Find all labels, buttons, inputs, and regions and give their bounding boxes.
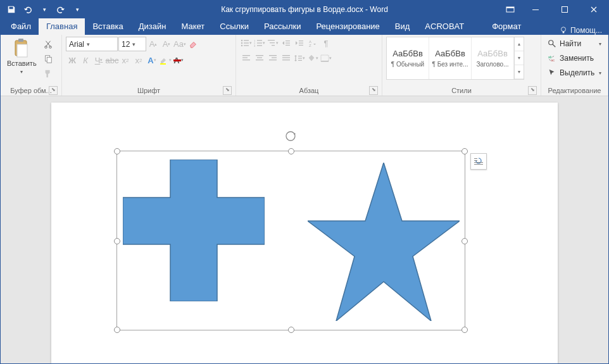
chevron-up-icon[interactable]: ▴	[515, 37, 524, 51]
cut-button[interactable]	[42, 38, 54, 51]
bold-button[interactable]: Ж	[66, 54, 78, 66]
justify-button[interactable]	[280, 52, 292, 65]
document-area[interactable]	[1, 96, 608, 363]
clear-formatting-button[interactable]	[187, 38, 199, 51]
change-case-button[interactable]: Aa▾	[173, 38, 186, 51]
paste-button[interactable]: Вставить▾	[4, 37, 39, 77]
resize-handle-nw[interactable]	[114, 148, 120, 154]
strikethrough-button[interactable]: abc	[106, 54, 118, 66]
style-heading[interactable]: АаБбВвЗаголово...	[472, 37, 514, 79]
group-font: Arial▾ 12▾ A▴ A▾ Aa▾ Ж К Ч▾ abc x2 x2 A▾…	[62, 35, 236, 96]
multilevel-list-button[interactable]: ▾	[267, 37, 279, 49]
tab-home[interactable]: Главная	[39, 18, 85, 35]
resize-handle-n[interactable]	[288, 148, 294, 154]
save-button[interactable]	[4, 3, 18, 16]
copy-button[interactable]	[42, 53, 54, 65]
gallery-expand-icon[interactable]: ▾	[515, 65, 524, 79]
underline-button[interactable]: Ч▾	[92, 54, 105, 66]
tab-references[interactable]: Ссылки	[212, 18, 256, 35]
svg-rect-52	[298, 60, 302, 61]
tell-me-label[interactable]: Помощ...	[570, 26, 602, 35]
tab-file[interactable]: Файл	[3, 18, 39, 35]
svg-rect-62	[474, 164, 483, 165]
group-clipboard: Вставить▾ Буфер обм...⬊	[1, 35, 62, 96]
resize-handle-s[interactable]	[288, 327, 294, 333]
svg-rect-7	[18, 39, 23, 42]
line-spacing-button[interactable]: ▾	[293, 52, 306, 65]
svg-rect-3	[562, 7, 568, 13]
style-no-spacing[interactable]: АаБбВв¶ Без инте...	[429, 37, 472, 79]
undo-button[interactable]	[21, 3, 35, 16]
highlight-button[interactable]: ▾	[159, 54, 172, 66]
resize-handle-e[interactable]	[461, 238, 468, 244]
subscript-button[interactable]: x2	[119, 54, 132, 66]
svg-point-18	[241, 45, 242, 46]
shape-star[interactable]	[308, 163, 460, 321]
svg-rect-60	[474, 160, 477, 161]
sort-button[interactable]: AZ	[306, 37, 319, 49]
gallery-scroll[interactable]: ▴▾▾	[514, 37, 524, 79]
undo-dropdown-icon[interactable]: ▾	[37, 3, 51, 16]
increase-indent-button[interactable]	[293, 37, 306, 49]
svg-rect-19	[244, 45, 249, 46]
shape-cross[interactable]	[123, 160, 265, 301]
qat-customize-icon[interactable]: ▾	[70, 3, 84, 16]
maximize-button[interactable]	[550, 1, 579, 18]
superscript-button[interactable]: x2	[132, 54, 145, 66]
svg-rect-21	[257, 40, 262, 41]
show-marks-button[interactable]: ¶	[320, 37, 332, 49]
resize-handle-se[interactable]	[461, 327, 468, 333]
shading-button[interactable]: ▾	[306, 52, 319, 65]
close-button[interactable]	[579, 1, 608, 18]
align-right-button[interactable]	[267, 52, 279, 65]
svg-rect-28	[272, 45, 275, 46]
dialog-launcher-icon[interactable]: ⬊	[49, 86, 58, 95]
align-left-button[interactable]	[240, 52, 253, 65]
dialog-launcher-icon[interactable]: ⬊	[223, 86, 232, 95]
minimize-button[interactable]	[521, 1, 550, 18]
style-normal[interactable]: АаБбВв¶ Обычный	[387, 37, 429, 79]
font-color-button[interactable]: A▾	[172, 54, 185, 66]
italic-button[interactable]: К	[79, 54, 92, 66]
style-gallery[interactable]: АаБбВв¶ Обычный АаБбВв¶ Без инте... АаБб…	[386, 37, 524, 80]
select-button[interactable]: Выделить▾	[545, 66, 604, 80]
replace-button[interactable]: abac Заменить	[545, 51, 604, 65]
chevron-down-icon: ▾	[20, 69, 23, 75]
dialog-launcher-icon[interactable]: ⬊	[369, 86, 378, 95]
format-painter-button[interactable]	[42, 67, 54, 80]
find-button[interactable]: Найти▾	[545, 37, 604, 51]
svg-rect-25	[257, 45, 262, 46]
tab-layout[interactable]: Макет	[173, 18, 212, 35]
font-name-value: Arial	[69, 40, 84, 49]
tab-acrobat[interactable]: ACROBAT	[417, 18, 472, 35]
align-center-button[interactable]	[253, 52, 266, 65]
bullets-button[interactable]: ▾	[240, 37, 253, 49]
redo-button[interactable]	[54, 3, 68, 16]
tab-view[interactable]: Вид	[387, 18, 418, 35]
shrink-font-button[interactable]: A▾	[160, 38, 173, 51]
tab-design[interactable]: Дизайн	[131, 18, 174, 35]
font-size-combo[interactable]: 12▾	[118, 37, 146, 51]
dialog-launcher-icon[interactable]: ⬊	[528, 86, 537, 95]
resize-handle-ne[interactable]	[461, 148, 468, 154]
layout-options-button[interactable]	[470, 153, 487, 170]
page[interactable]	[51, 103, 558, 363]
tab-mailings[interactable]: Рассылки	[256, 18, 308, 35]
find-label: Найти	[560, 39, 581, 48]
svg-rect-44	[272, 58, 277, 58]
ribbon-options-button[interactable]	[499, 1, 521, 18]
grow-font-button[interactable]: A▴	[147, 38, 160, 51]
numbering-button[interactable]: 123▾	[253, 37, 266, 49]
svg-text:ac: ac	[551, 58, 555, 62]
tab-review[interactable]: Рецензирование	[308, 18, 387, 35]
resize-handle-w[interactable]	[114, 238, 120, 244]
text-effects-button[interactable]: A▾	[146, 54, 158, 66]
tab-format[interactable]: Формат	[484, 18, 529, 35]
font-name-combo[interactable]: Arial▾	[66, 37, 118, 51]
chevron-down-icon[interactable]: ▾	[515, 51, 524, 65]
resize-handle-sw[interactable]	[114, 327, 120, 333]
rotate-handle[interactable]	[285, 130, 296, 142]
decrease-indent-button[interactable]	[280, 37, 292, 49]
borders-button[interactable]: ▾	[320, 52, 332, 65]
tab-insert[interactable]: Вставка	[85, 18, 130, 35]
